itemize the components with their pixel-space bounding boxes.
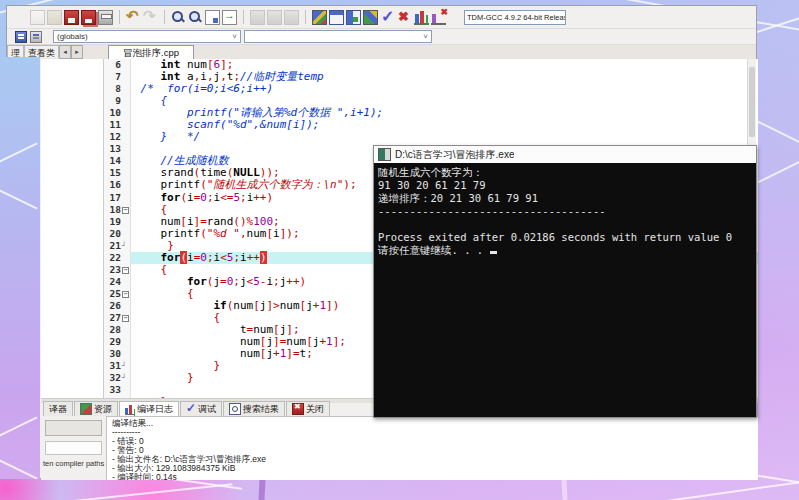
- console-app-icon: [378, 148, 391, 161]
- console-line: Process exited after 0.02186 seconds wit…: [378, 231, 756, 244]
- compile-icon[interactable]: [312, 10, 327, 25]
- fold-marker-icon: −: [122, 315, 129, 322]
- console-cursor: [490, 251, 497, 254]
- line-number: 27: [104, 312, 122, 324]
- redo-icon[interactable]: [143, 10, 158, 25]
- profile-icon[interactable]: [414, 10, 429, 25]
- delete-profiling-icon[interactable]: [431, 10, 446, 25]
- log-side-field[interactable]: [45, 441, 102, 455]
- editor-tab-bubble-sort[interactable]: 冒泡排序.cpp: [108, 45, 194, 59]
- fold-marker-icon: −: [122, 291, 129, 298]
- gutter[interactable]: 27−: [104, 312, 131, 324]
- line-number: 8: [104, 83, 122, 95]
- toolbar-separator: [164, 10, 165, 24]
- tab-debug[interactable]: 调试: [180, 401, 222, 416]
- gutter[interactable]: 29: [104, 336, 131, 348]
- bookmark-icon[interactable]: [30, 31, 42, 43]
- save-all-icon[interactable]: [81, 10, 96, 25]
- code-line[interactable]: 12 } */: [104, 131, 758, 143]
- members-combo[interactable]: ˅: [244, 30, 432, 43]
- console-line: 请按任意键继续. . .: [378, 244, 756, 257]
- run-icon[interactable]: [329, 10, 344, 25]
- gutter[interactable]: 16: [104, 179, 131, 191]
- undo-icon[interactable]: [126, 10, 141, 25]
- open-file-icon[interactable]: [47, 10, 62, 25]
- tab-row: 理查看类◂▸ 冒泡排序.cpp: [7, 45, 756, 59]
- gutter[interactable]: 25−: [104, 288, 131, 300]
- wallpaper-line: [637, 480, 799, 500]
- gutter[interactable]: 23−: [104, 264, 131, 276]
- compile-and-run-icon[interactable]: [346, 10, 361, 25]
- console-line: [378, 218, 756, 231]
- wallpaper-line: [754, 119, 799, 146]
- gutter[interactable]: 15: [104, 167, 131, 179]
- code-line[interactable]: 11 scanf("%d",&num[i]);: [104, 119, 758, 131]
- tab-search-results[interactable]: 搜索结果: [223, 401, 285, 416]
- gutter[interactable]: 28: [104, 324, 131, 336]
- debug-icon: [186, 404, 196, 414]
- remove-from-project-icon[interactable]: [267, 10, 282, 25]
- gutter[interactable]: 6: [104, 59, 131, 71]
- gutter[interactable]: 33: [104, 384, 131, 396]
- gutter[interactable]: 12: [104, 131, 131, 143]
- line-number: 33: [104, 384, 122, 396]
- gutter[interactable]: 17: [104, 192, 131, 204]
- line-number: 6: [104, 59, 122, 71]
- gutter[interactable]: 7: [104, 71, 131, 83]
- find-icon[interactable]: [171, 10, 186, 25]
- main-toolbar: TDM-GCC 4.9.2 64-bit Release ˅: [7, 6, 756, 29]
- tab-scroll-right-button[interactable]: ▸: [71, 45, 83, 59]
- fold-marker-icon: −: [122, 267, 129, 274]
- scrollbar-thumb[interactable]: [749, 67, 755, 137]
- globals-combo[interactable]: (globals) ˅: [53, 30, 241, 43]
- compiler-profile-select[interactable]: TDM-GCC 4.9.2 64-bit Release ˅: [464, 10, 566, 25]
- gutter[interactable]: 21┘: [104, 240, 131, 252]
- gutter[interactable]: 9: [104, 95, 131, 107]
- find-next-icon[interactable]: [205, 10, 220, 25]
- gutter[interactable]: 32┘: [104, 372, 131, 384]
- tab-compile-log[interactable]: 编译日志: [119, 401, 179, 416]
- gutter[interactable]: 22: [104, 252, 131, 264]
- tab-close[interactable]: 关闭: [286, 401, 330, 416]
- replace-icon[interactable]: [188, 10, 203, 25]
- gutter[interactable]: 26: [104, 300, 131, 312]
- new-file-icon[interactable]: [30, 10, 45, 25]
- new-project-icon[interactable]: [250, 10, 265, 25]
- compile-log-icon: [125, 404, 135, 415]
- console-line: ------------------------------------: [378, 205, 756, 218]
- line-number: 26: [104, 300, 122, 312]
- gutter[interactable]: 8: [104, 83, 131, 95]
- gutter[interactable]: 11: [104, 119, 131, 131]
- insert-icon[interactable]: [15, 31, 27, 43]
- gutter[interactable]: 13: [104, 143, 131, 155]
- line-number: 15: [104, 167, 122, 179]
- gutter[interactable]: 31┘: [104, 360, 131, 372]
- compile-results-panel: 编译结果...----------- 错误: 0- 警告: 0- 输出文件名: …: [106, 416, 758, 480]
- console-titlebar[interactable]: D:\c语言学习\冒泡排序.exe: [374, 146, 756, 164]
- rebuild-all-icon[interactable]: [363, 10, 378, 25]
- gutter[interactable]: 18−: [104, 204, 131, 216]
- console-body[interactable]: 随机生成六个数字为：91 30 20 61 21 79递增排序：20 21 30…: [374, 163, 756, 417]
- print-icon[interactable]: [98, 10, 113, 25]
- project-options-icon[interactable]: [284, 10, 299, 25]
- gutter[interactable]: 30: [104, 348, 131, 360]
- tab-compiler[interactable]: 译器: [43, 401, 73, 416]
- code-text: } */: [131, 131, 758, 143]
- line-number: 23: [104, 264, 122, 276]
- project-browser-panel[interactable]: [41, 59, 104, 398]
- toolbar-row1-icons: [30, 10, 446, 25]
- line-number: 12: [104, 131, 122, 143]
- tab-scroll-left-button[interactable]: ◂: [59, 45, 71, 59]
- abort-button-disabled[interactable]: [45, 420, 102, 436]
- gutter[interactable]: 14: [104, 155, 131, 167]
- gutter[interactable]: 19: [104, 216, 131, 228]
- syntax-check-icon[interactable]: [380, 10, 395, 25]
- code-line[interactable]: 8 /* for(i=0;i<6;i++): [104, 83, 758, 95]
- gutter[interactable]: 20: [104, 228, 131, 240]
- gutter[interactable]: 24: [104, 276, 131, 288]
- save-icon[interactable]: [64, 10, 79, 25]
- tab-resources[interactable]: 资源: [74, 401, 118, 416]
- abort-compilation-icon[interactable]: [397, 10, 412, 25]
- goto-line-icon[interactable]: [222, 10, 237, 25]
- gutter[interactable]: 10: [104, 107, 131, 119]
